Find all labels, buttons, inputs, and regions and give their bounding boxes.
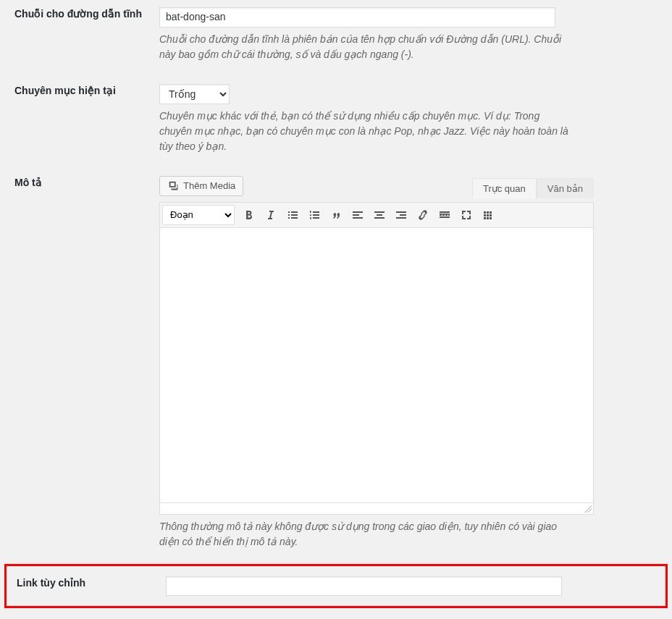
bullet-list-button[interactable] <box>282 205 303 225</box>
more-button[interactable] <box>434 205 455 225</box>
description-field: Thêm Media Trực quan Văn bản Đoạn <box>159 176 672 549</box>
editor-toolbar: Đoạn <box>159 202 594 228</box>
slug-description: Chuỗi cho đường dẫn tĩnh là phiên bản củ… <box>159 32 572 62</box>
bold-button[interactable] <box>239 205 259 225</box>
italic-button[interactable] <box>261 205 281 225</box>
fullscreen-button[interactable] <box>456 205 476 225</box>
editor-content[interactable] <box>159 228 594 503</box>
parent-label: Chuyên mục hiện tại <box>0 84 159 154</box>
description-help: Thông thường mô tả này không được sử dụn… <box>159 519 572 549</box>
slug-row: Chuỗi cho đường dẫn tĩnh Chuỗi cho đường… <box>0 0 672 77</box>
slug-field: Chuỗi cho đường dẫn tĩnh là phiên bản củ… <box>159 7 672 62</box>
slug-label: Chuỗi cho đường dẫn tĩnh <box>0 7 159 62</box>
editor-resize-handle[interactable] <box>159 503 594 515</box>
editor-tabs: Trực quan Văn bản <box>472 178 594 198</box>
align-left-button[interactable] <box>348 205 368 225</box>
align-right-button[interactable] <box>391 205 411 225</box>
add-media-label: Thêm Media <box>183 180 235 191</box>
blockquote-button[interactable] <box>326 205 346 225</box>
parent-row: Chuyên mục hiện tại Trống Chuyên mục khá… <box>0 77 672 169</box>
tab-visual[interactable]: Trực quan <box>472 178 537 199</box>
editor-wrap: Trực quan Văn bản Đoạn <box>159 202 594 515</box>
custom-link-highlighted: Link tùy chỉnh <box>4 564 668 609</box>
format-select[interactable]: Đoạn <box>162 205 235 225</box>
link-button[interactable] <box>413 205 433 225</box>
media-icon <box>167 180 180 193</box>
parent-select[interactable]: Trống <box>159 84 230 104</box>
number-list-button[interactable] <box>304 205 324 225</box>
parent-description: Chuyên mục khác với thẻ, bạn có thể sử d… <box>159 109 572 154</box>
parent-field: Trống Chuyên mục khác với thẻ, bạn có th… <box>159 84 672 154</box>
align-center-button[interactable] <box>369 205 390 225</box>
slug-input[interactable] <box>159 7 555 28</box>
description-label: Mô tả <box>0 176 159 549</box>
toolbar-toggle-button[interactable] <box>478 205 498 225</box>
custom-link-input[interactable] <box>166 576 562 597</box>
custom-link-label: Link tùy chỉnh <box>7 576 166 597</box>
tab-text[interactable]: Văn bản <box>537 178 594 198</box>
add-media-button[interactable]: Thêm Media <box>159 176 243 196</box>
description-row: Mô tả Thêm Media Trực quan Văn bản Đoạn <box>0 169 672 564</box>
custom-link-field <box>166 576 665 597</box>
custom-link-row: Link tùy chỉnh <box>7 576 665 597</box>
